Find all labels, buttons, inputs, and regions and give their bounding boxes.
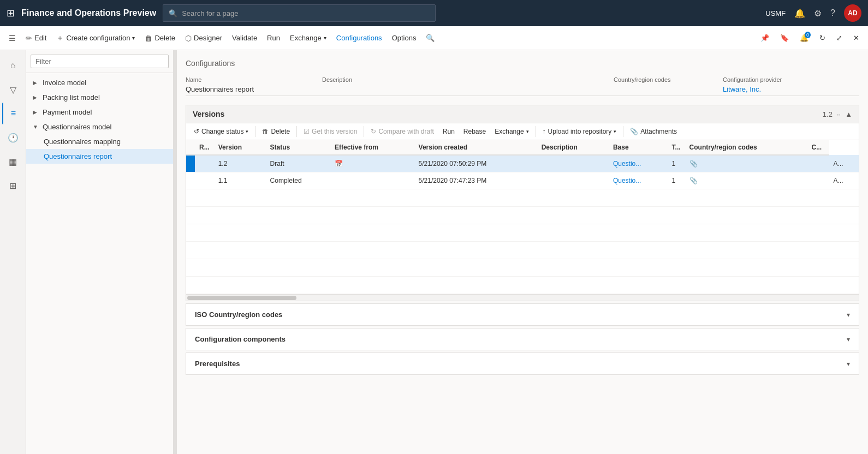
expand-icon-expanded: ▼: [33, 124, 39, 130]
get-this-version-button[interactable]: ☑ Get this version: [300, 126, 360, 138]
close-button[interactable]: ✕: [849, 31, 864, 45]
sidebar-clock-icon[interactable]: 🕐: [2, 127, 24, 148]
sidebar-list-icon[interactable]: ≡: [2, 103, 24, 124]
hamburger-button[interactable]: ☰: [4, 31, 20, 46]
base-link[interactable]: Questio...: [613, 160, 641, 168]
open-new-button[interactable]: ⤢: [832, 31, 847, 45]
col-base[interactable]: Base: [609, 140, 668, 155]
validate-button[interactable]: Validate: [228, 31, 261, 45]
options-button[interactable]: Options: [388, 31, 421, 45]
table-row-empty: [186, 259, 859, 277]
scrollbar-thumb[interactable]: [187, 296, 296, 300]
sidebar-item-payment-model[interactable]: ▶ Payment model: [26, 105, 173, 120]
config-header: Name Questionnaires report Description C…: [186, 76, 859, 100]
tree-filter-input[interactable]: [31, 55, 169, 68]
versions-more-icon[interactable]: ··: [837, 110, 841, 118]
provider-value[interactable]: Litware, Inc.: [723, 85, 859, 96]
col-t-value: 1: [668, 155, 685, 172]
col-version-created[interactable]: Version created: [414, 140, 537, 155]
config-description-col: Description: [322, 76, 614, 96]
versions-collapse-icon[interactable]: ▲: [845, 110, 852, 118]
search-toggle-button[interactable]: 🔍: [421, 31, 439, 45]
sidebar-home-icon[interactable]: ⌂: [2, 55, 24, 76]
base-link[interactable]: Questio...: [613, 177, 641, 184]
country-label: Country/region codes: [614, 76, 723, 83]
compare-draft-button[interactable]: ↻ Compare with draft: [367, 126, 437, 138]
config-components-header[interactable]: Configuration components ▾: [186, 328, 859, 350]
sidebar-item-packing-list-model[interactable]: ▶ Packing list model: [26, 90, 173, 105]
iso-country-header[interactable]: ISO Country/region codes ▾: [186, 304, 859, 325]
sidebar-item-questionnaires-model[interactable]: ▼ Questionnaires model: [26, 120, 173, 134]
versions-table-container: R... Version Status Effective from Versi…: [186, 140, 859, 294]
edit-button[interactable]: ✏ Edit: [21, 31, 51, 46]
col-country[interactable]: Country/region codes: [685, 140, 807, 155]
versions-delete-button[interactable]: 🗑 Delete: [259, 126, 293, 138]
col-status-value: Completed: [266, 172, 330, 189]
toolbar-sep-2: [296, 126, 297, 137]
bookmark-button[interactable]: 🔖: [776, 31, 793, 45]
refresh-button[interactable]: ↻: [815, 31, 830, 45]
col-version-value: 1.2: [214, 155, 266, 172]
col-effective-from-value: 📅: [330, 155, 414, 172]
table-row[interactable]: 1.2Draft📅5/21/2020 07:50:29 PMQuestio...…: [186, 155, 859, 172]
cmd-right-actions: 📌 🔖 🔔0 ↻ ⤢ ✕: [756, 31, 864, 45]
sidebar-item-invoice-model[interactable]: ▶ Invoice model: [26, 75, 173, 90]
bell-icon[interactable]: 🔔: [794, 8, 805, 19]
col-effective-from-value: [330, 172, 414, 189]
col-status-value: Draft: [266, 155, 330, 172]
versions-rebase-button[interactable]: Rebase: [460, 126, 489, 138]
sidebar-calendar-icon[interactable]: ▦: [2, 151, 24, 172]
col-effective-from[interactable]: Effective from: [330, 140, 414, 155]
versions-badge: 1.2: [823, 110, 833, 118]
settings-icon[interactable]: ⚙: [814, 8, 822, 19]
sidebar-filter-icon[interactable]: ▽: [2, 79, 24, 100]
calendar-icon[interactable]: 📅: [335, 160, 343, 168]
col-t[interactable]: T...: [668, 140, 685, 155]
prerequisites-header[interactable]: Prerequisites ▾: [186, 353, 859, 374]
badge-button[interactable]: 🔔0: [795, 31, 813, 45]
sidebar-grid-icon[interactable]: ⊞: [2, 175, 24, 196]
exchange-chevron-icon: ▾: [324, 35, 326, 41]
sidebar-item-questionnaires-mapping[interactable]: Questionnaires mapping: [26, 134, 173, 149]
search-bar[interactable]: 🔍 Search for a page: [163, 4, 436, 22]
col-r[interactable]: R...: [195, 140, 214, 155]
expand-icon: ▶: [33, 109, 39, 115]
col-status[interactable]: Status: [266, 140, 330, 155]
command-bar: ☰ ✏ Edit ＋ Create configuration ▾ 🗑 Dele…: [0, 26, 868, 50]
avatar[interactable]: AD: [844, 4, 861, 22]
run-button[interactable]: Run: [263, 31, 284, 45]
col-base-value: Questio...: [609, 155, 668, 172]
expand-icon: ▶: [33, 94, 39, 100]
col-indicator: [186, 140, 195, 155]
create-config-button[interactable]: ＋ Create configuration ▾: [52, 30, 139, 46]
grid-icon[interactable]: ⊞: [7, 7, 15, 19]
notification-icon: 🔔0: [800, 34, 808, 42]
versions-table: R... Version Status Effective from Versi…: [186, 140, 859, 294]
attachment-icon: 📎: [689, 177, 698, 184]
col-version-value: 1.1: [214, 172, 266, 189]
col-attachment-value: 📎: [685, 172, 807, 189]
upload-repository-button[interactable]: ↑ Upload into repository ▾: [539, 126, 620, 138]
delete-button[interactable]: 🗑 Delete: [140, 31, 180, 46]
designer-button[interactable]: ⬡ Designer: [181, 31, 227, 46]
horizontal-scrollbar[interactable]: [186, 294, 859, 301]
table-row[interactable]: 1.1Completed5/21/2020 07:47:23 PMQuestio…: [186, 172, 859, 189]
attachments-button[interactable]: 📎 Attachments: [627, 126, 680, 138]
col-description[interactable]: Description: [537, 140, 609, 155]
col-version[interactable]: Version: [214, 140, 266, 155]
col-country-value: [807, 155, 829, 172]
get-version-icon: ☑: [304, 128, 310, 135]
table-row-empty: [186, 224, 859, 242]
change-status-button[interactable]: ↺ Change status ▾: [191, 126, 252, 138]
compare-icon: ↻: [371, 128, 376, 135]
configurations-button[interactable]: Configurations: [332, 31, 387, 45]
col-c[interactable]: C...: [807, 140, 829, 155]
exchange-button[interactable]: Exchange ▾: [286, 31, 331, 45]
help-icon[interactable]: ?: [830, 8, 835, 18]
versions-run-button[interactable]: Run: [439, 126, 458, 138]
sidebar-item-questionnaires-report[interactable]: Questionnaires report: [26, 149, 173, 164]
country-value: [614, 85, 723, 96]
versions-exchange-button[interactable]: Exchange ▾: [491, 126, 532, 138]
config-name-col: Name Questionnaires report: [186, 76, 322, 96]
pin-button[interactable]: 📌: [756, 31, 774, 45]
